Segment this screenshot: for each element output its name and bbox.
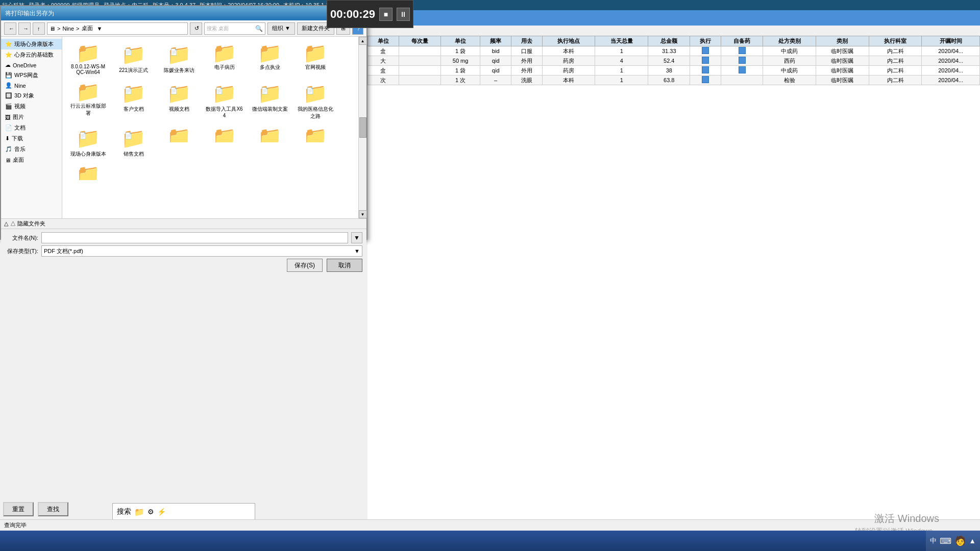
- organize-button[interactable]: 组织 ▼: [267, 22, 295, 35]
- flash-icon[interactable]: ⚡: [157, 508, 166, 516]
- filetype-dropdown[interactable]: PDF 文档(*.pdf) ▼: [41, 245, 362, 257]
- sidebar-item-xinyun[interactable]: ⭐ 心身云的基础数: [1, 49, 62, 60]
- sidebar-label: 视频: [14, 103, 26, 110]
- sidebar-item-xinchenxk[interactable]: ⭐ 现场心身康版本: [1, 39, 62, 49]
- back-button[interactable]: ←: [4, 22, 16, 35]
- timer-widget: 00:00:29 ■ ⏸: [327, 0, 413, 28]
- search-bar[interactable]: 搜索 桌面 🔍: [204, 22, 265, 35]
- sidebar-label: 下载: [12, 135, 23, 142]
- dialog-files: 📁 8.0.0.12-WS-M QC-Win64 📁📄 221演示正式 📁📄 陈…: [62, 37, 358, 218]
- search-placeholder: 搜索 桌面: [207, 25, 229, 32]
- sidebar-item-nine[interactable]: 👤 Nine: [1, 81, 62, 90]
- file-label-wx: 微信端装制文案: [252, 106, 288, 113]
- file-item-extra2[interactable]: 📁: [203, 124, 246, 160]
- file-item-ws[interactable]: 📁 8.0.0.12-WS-M QC-Win64: [66, 41, 110, 78]
- file-label-ehr: 电子病历: [214, 64, 235, 71]
- file-item-xczs[interactable]: 📁📄 现场心身康版本: [66, 124, 110, 160]
- find-button[interactable]: 查找: [38, 502, 68, 516]
- sidebar-item-music[interactable]: 🎵 音乐: [1, 144, 62, 155]
- table-row: 盒 1 袋 bid 口服 本科 1 31.33 中成药 临时医嘱 内二科 202…: [368, 46, 980, 56]
- col-danwei2: 单位: [440, 36, 480, 46]
- col-meiciliang: 每次量: [399, 36, 440, 46]
- doc-icon: 📄: [5, 124, 12, 131]
- file-item-chen[interactable]: 📁📄 陈媛业务来访: [157, 41, 201, 78]
- up-button[interactable]: ↑: [33, 22, 45, 35]
- reset-button[interactable]: 重置: [3, 502, 34, 516]
- file-label-chen: 陈媛业务来访: [164, 67, 194, 74]
- forward-button[interactable]: →: [18, 22, 31, 35]
- file-label-sales: 销售文档: [124, 151, 144, 158]
- filetype-label: 保存类型(T):: [5, 247, 38, 255]
- filetype-row: 保存类型(T): PDF 文档(*.pdf) ▼: [5, 245, 362, 257]
- sidebar-item-3d[interactable]: 🔲 3D 对象: [1, 90, 62, 101]
- filename-input[interactable]: [41, 232, 348, 243]
- file-item-sales[interactable]: 📁📄 销售文档: [112, 124, 155, 160]
- scroll-up-button[interactable]: ▲: [359, 37, 367, 45]
- star-icon: ⭐: [5, 41, 12, 47]
- table-row: 盒 1 袋 qid 外用 药房 1 38 中成药 临时医嘱 内二科 2020/0…: [368, 66, 980, 76]
- file-item-spwd[interactable]: 📁📄 视频文档: [157, 80, 201, 122]
- file-item-data[interactable]: 📁📄 数据导入工具X64: [203, 80, 246, 122]
- lang-icon[interactable]: 中: [930, 536, 937, 545]
- file-item-gw[interactable]: 📁 官网视频: [293, 41, 337, 78]
- sidebar-item-docs[interactable]: 📄 文档: [1, 122, 62, 133]
- col-dangtianzl: 当天总量: [595, 36, 648, 46]
- file-item-extra3[interactable]: 📁: [248, 124, 291, 160]
- sidebar-item-onedrive[interactable]: ☁ OneDrive: [1, 60, 62, 70]
- dialog-body: ⭐ 现场心身康版本 ⭐ 心身云的基础数 ☁ OneDrive 💾 WPS网盘 👤…: [1, 37, 366, 218]
- breadcrumb-desktop[interactable]: 桌面: [82, 24, 93, 32]
- search-icon[interactable]: 🔍: [255, 25, 263, 32]
- filetype-value: PDF 文档(*.pdf): [44, 247, 83, 255]
- file-item-xcloud[interactable]: 📁 行云云标准版部署: [66, 80, 110, 122]
- col-zhixingdidian: 执行地点: [542, 36, 595, 46]
- file-item-wx[interactable]: 📁📄 微信端装制文案: [248, 80, 291, 122]
- dialog-action-row: 保存(S) 取消: [5, 259, 362, 272]
- scroll-thumb[interactable]: [359, 117, 366, 138]
- hidden-files-row[interactable]: △ △ 隐藏文件夹: [1, 218, 366, 229]
- cube-icon: 🔲: [5, 92, 12, 99]
- timer-stop-button[interactable]: ■: [379, 8, 393, 21]
- breadcrumb-root[interactable]: 🖥: [50, 26, 55, 32]
- file-item-ehr[interactable]: 📁 电子病历: [203, 41, 246, 78]
- file-item-extra1[interactable]: 📁: [157, 124, 201, 160]
- expand-tray-icon[interactable]: ▲: [969, 537, 976, 545]
- file-label-kh: 客户文档: [124, 106, 144, 113]
- folder-icon-ws: 📁: [76, 43, 100, 63]
- file-item-multi[interactable]: 📁 多点执业: [248, 41, 291, 78]
- avatar-icon[interactable]: 🧑: [954, 535, 966, 546]
- chevron-down-icon[interactable]: ▼: [97, 26, 103, 32]
- timer-pause-button[interactable]: ⏸: [397, 8, 410, 21]
- win-taskbar: 中 ⌨ 🧑 ▲: [0, 531, 980, 551]
- breadcrumb: 🖥 > Nine > 桌面 ▼: [47, 22, 188, 35]
- keyboard-icon[interactable]: ⌨: [940, 536, 951, 546]
- music-icon: 🎵: [5, 146, 12, 153]
- file-item-myway[interactable]: 📁📄 我的医格信息化之路: [293, 80, 337, 122]
- cancel-button[interactable]: 取消: [327, 259, 362, 272]
- scroll-down-button[interactable]: ▼: [359, 210, 367, 218]
- file-item-extra5[interactable]: 📁: [66, 162, 110, 184]
- sidebar-item-video[interactable]: 🎬 视频: [1, 101, 62, 112]
- folder-icon[interactable]: 📁: [134, 507, 144, 517]
- file-item-221[interactable]: 📁📄 221演示正式: [112, 41, 155, 78]
- sidebar-item-wps[interactable]: 💾 WPS网盘: [1, 70, 62, 81]
- sidebar-item-desktop[interactable]: 🖥 桌面: [1, 155, 62, 165]
- sidebar-label: 文档: [14, 124, 26, 132]
- timer-display: 00:00:29: [330, 8, 375, 21]
- sidebar-label: WPS网盘: [14, 71, 38, 79]
- vertical-scrollbar[interactable]: ▲ ▼: [358, 37, 366, 218]
- table-row: 次 1 次 – 洗眼 本科 1 63.8 检验 临时医嘱 内二科 2020/04…: [368, 76, 980, 85]
- refresh-button[interactable]: ↺: [190, 22, 202, 35]
- table-container: 单位 每次量 单位 频率 用去 执行地点 当天总量 总金额 执行 自备药 处方类…: [368, 36, 980, 551]
- filename-dropdown-btn[interactable]: ▼: [351, 232, 362, 243]
- breadcrumb-nine[interactable]: Nine: [62, 26, 74, 32]
- sidebar-item-downloads[interactable]: ⬇ 下载: [1, 133, 62, 144]
- file-item-extra4[interactable]: 📁: [293, 124, 337, 160]
- settings-icon[interactable]: ⚙: [148, 508, 154, 516]
- save-button[interactable]: 保存(S): [287, 259, 323, 272]
- file-label-221: 221演示正式: [119, 67, 148, 74]
- file-item-kh[interactable]: 📁📄 客户文档: [112, 80, 155, 122]
- file-label-gw: 官网视频: [305, 64, 326, 71]
- sidebar-item-pictures[interactable]: 🖼 图片: [1, 112, 62, 122]
- dialog-sidebar: ⭐ 现场心身康版本 ⭐ 心身云的基础数 ☁ OneDrive 💾 WPS网盘 👤…: [1, 37, 62, 218]
- file-label-xcloud: 行云云标准版部署: [69, 103, 107, 117]
